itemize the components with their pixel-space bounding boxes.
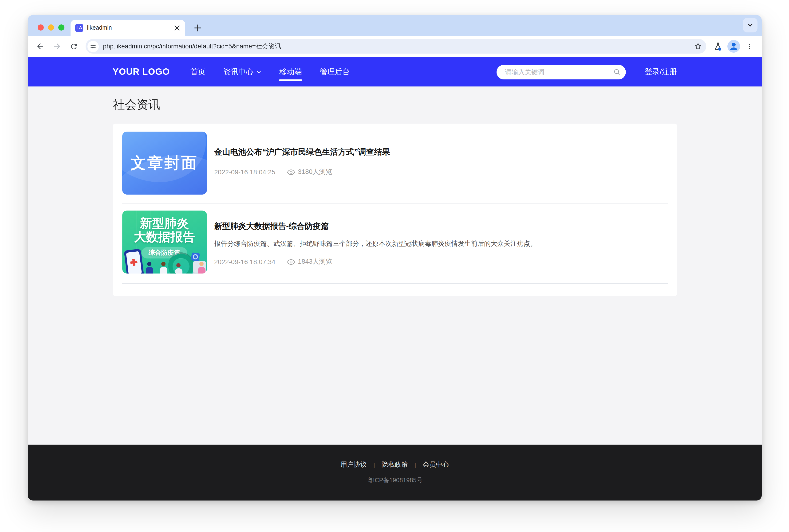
browser-window: LA likeadmin — [28, 15, 762, 500]
login-register-link[interactable]: 登录/注册 — [645, 67, 677, 77]
article-list-card: 文章封面 金山电池公布“沪广深市民绿色生活方式”调查结果 2022-09-16 … — [113, 124, 677, 296]
eye-icon — [287, 259, 295, 265]
article-title[interactable]: 新型肺炎大数据报告-综合防疫篇 — [214, 221, 668, 232]
article-description: 报告分综合防疫篇、武汉篇、拒绝野味篇三个部分，还原本次新型冠状病毒肺炎疫情发生前… — [214, 239, 668, 248]
article-row[interactable]: 文章封面 金山电池公布“沪广深市民绿色生活方式”调查结果 2022-09-16 … — [122, 132, 668, 204]
tab-search-chevron-down-icon[interactable] — [743, 18, 757, 33]
nav-item-mobile[interactable]: 移动端 — [279, 57, 302, 87]
article-thumbnail[interactable]: 文章封面 — [122, 132, 207, 194]
tab-title: likeadmin — [87, 24, 169, 31]
footer-link-user-agreement[interactable]: 用户协议 — [340, 460, 367, 469]
url-bar[interactable]: php.likeadmin.cn/pc/information/default?… — [86, 39, 706, 54]
reload-icon[interactable] — [66, 39, 81, 54]
article-thumbnail[interactable]: 新型肺炎 大数据报告 综合防疫篇 — [122, 211, 207, 273]
profile-avatar-icon[interactable] — [727, 40, 740, 53]
bookmark-star-icon[interactable] — [692, 40, 704, 52]
views-count: 1843人浏览 — [298, 258, 332, 266]
icp-record-number: 粤ICP备19081985号 — [367, 476, 422, 484]
back-icon[interactable] — [33, 39, 48, 54]
article-meta: 2022-09-16 18:04:25 3180人浏览 — [214, 168, 668, 176]
article-views: 1843人浏览 — [287, 258, 332, 266]
keyword-search-box[interactable] — [496, 64, 626, 79]
forward-icon[interactable] — [49, 39, 64, 54]
minimize-window-button[interactable] — [48, 24, 54, 31]
nav-item-home[interactable]: 首页 — [190, 57, 205, 87]
footer-link-privacy-policy[interactable]: 隐私政策 — [381, 460, 408, 469]
close-window-button[interactable] — [38, 24, 44, 31]
experiments-flask-icon[interactable] — [711, 39, 726, 54]
search-icon[interactable] — [613, 68, 621, 76]
main-content: 社会资讯 文章封面 金山电池公布“沪广深市民绿色生活方式”调查结果 2022- — [28, 87, 762, 444]
thumbnail-caption-line1: 新型肺炎 — [122, 217, 207, 230]
tab-strip: LA likeadmin — [28, 15, 762, 36]
site-footer: 用户协议 | 隐私政策 | 会员中心 粤ICP备19081985号 — [28, 444, 762, 500]
footer-links: 用户协议 | 隐私政策 | 会员中心 — [340, 460, 449, 469]
article-title[interactable]: 金山电池公布“沪广深市民绿色生活方式”调查结果 — [214, 147, 668, 157]
footer-link-member-center[interactable]: 会员中心 — [423, 460, 449, 469]
views-count: 3180人浏览 — [298, 168, 332, 176]
nav-item-news-center[interactable]: 资讯中心 — [223, 57, 261, 87]
site-logo[interactable]: YOUR LOGO — [113, 67, 170, 77]
nav-item-admin[interactable]: 管理后台 — [320, 57, 350, 87]
maximize-window-button[interactable] — [58, 24, 64, 31]
article-row[interactable]: 新型肺炎 大数据报告 综合防疫篇 — [122, 204, 668, 284]
site-menu: 首页 资讯中心 移动端 管理后台 — [190, 57, 350, 87]
browser-tab[interactable]: LA likeadmin — [71, 20, 185, 36]
tab-favicon: LA — [75, 24, 83, 32]
article-meta: 2022-09-16 18:07:34 1843人浏览 — [214, 258, 668, 266]
article-info: 新型肺炎大数据报告-综合防疫篇 报告分综合防疫篇、武汉篇、拒绝野味篇三个部分，还… — [214, 211, 668, 273]
article-date: 2022-09-16 18:07:34 — [214, 258, 275, 266]
footer-separator: | — [373, 461, 375, 468]
browser-toolbar: php.likeadmin.cn/pc/information/default?… — [28, 36, 762, 57]
article-views: 3180人浏览 — [287, 168, 332, 176]
article-info: 金山电池公布“沪广深市民绿色生活方式”调查结果 2022-09-16 18:04… — [214, 132, 668, 194]
thumbnail-caption-line2: 大数据报告 — [122, 230, 207, 244]
kebab-menu-icon[interactable] — [742, 39, 757, 54]
new-tab-icon[interactable] — [191, 21, 204, 34]
site-navbar: YOUR LOGO 首页 资讯中心 移动端 管理后台 — [28, 57, 762, 87]
article-date: 2022-09-16 18:04:25 — [214, 168, 275, 176]
thumbnail-caption: 文章封面 — [130, 152, 198, 174]
site-info-icon[interactable] — [88, 41, 99, 52]
tab-close-icon[interactable] — [173, 23, 181, 32]
eye-icon — [287, 169, 295, 175]
stage: LA likeadmin — [0, 0, 789, 532]
chevron-down-icon — [256, 69, 261, 75]
url-text[interactable]: php.likeadmin.cn/pc/information/default?… — [103, 42, 688, 51]
page-title: 社会资讯 — [113, 97, 677, 112]
traffic-lights — [38, 24, 64, 31]
footer-separator: | — [414, 461, 416, 468]
search-input[interactable] — [504, 68, 613, 76]
